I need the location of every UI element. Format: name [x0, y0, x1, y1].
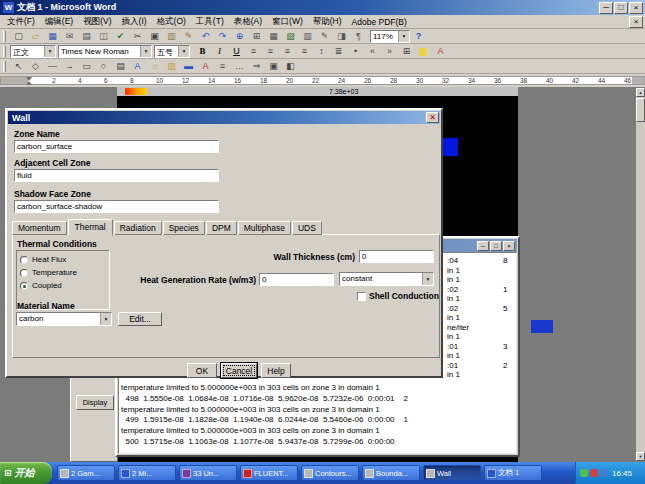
wordart-icon[interactable]: A: [129, 60, 146, 73]
format-painter-icon[interactable]: ✎: [180, 30, 197, 43]
display-button[interactable]: Display: [76, 395, 114, 410]
save-icon[interactable]: ▦: [44, 30, 61, 43]
columns-icon[interactable]: ▥: [299, 30, 316, 43]
justify-icon[interactable]: ≡: [296, 45, 313, 58]
tab-multiphase[interactable]: Multiphase: [238, 221, 291, 235]
help-icon[interactable]: ?: [410, 30, 427, 43]
scrollbar-thumb[interactable]: [636, 98, 645, 122]
insert-table-icon[interactable]: ▦: [265, 30, 282, 43]
tab-dpm[interactable]: DPM: [206, 221, 237, 235]
tab-thermal[interactable]: Thermal: [68, 219, 113, 236]
decrease-indent-icon[interactable]: «: [364, 45, 381, 58]
shell-conduction-checkbox[interactable]: Shell Conduction: [357, 291, 439, 301]
taskbar-button-0[interactable]: 2 Gam...: [57, 465, 115, 481]
menu-item-3[interactable]: 插入(I): [117, 15, 152, 29]
ok-button[interactable]: OK: [187, 363, 217, 378]
toolbar-grip[interactable]: [3, 31, 6, 42]
console-close-button[interactable]: ×: [503, 241, 515, 251]
taskbar-button-3[interactable]: FLUENT...: [240, 465, 298, 481]
bullets-icon[interactable]: •: [347, 45, 364, 58]
edit-button[interactable]: Edit...: [118, 312, 162, 326]
tab-species[interactable]: Species: [163, 221, 205, 235]
style-combo[interactable]: 正文 ▼: [10, 45, 56, 58]
menu-item-0[interactable]: 文件(F): [2, 15, 40, 29]
zoom-combo[interactable]: 117% ▼: [370, 30, 410, 43]
undo-icon[interactable]: ↶: [197, 30, 214, 43]
vertical-scrollbar[interactable]: ▲ ▼: [636, 88, 645, 461]
wall-thickness-field[interactable]: 0: [359, 250, 434, 263]
menu-item-4[interactable]: 格式(O): [152, 15, 191, 29]
spelling-icon[interactable]: ✔: [112, 30, 129, 43]
line-style-icon[interactable]: ≡: [214, 60, 231, 73]
document-close-button[interactable]: ×: [629, 16, 643, 28]
copy-icon[interactable]: ▣: [146, 30, 163, 43]
cancel-button[interactable]: Cancel: [221, 363, 257, 378]
menu-item-8[interactable]: 帮助(H): [308, 15, 347, 29]
line-icon[interactable]: —: [44, 60, 61, 73]
textbox-icon[interactable]: ▤: [112, 60, 129, 73]
new-document-icon[interactable]: ▢: [10, 30, 27, 43]
menu-item-5[interactable]: 工具(T): [191, 15, 229, 29]
font-size-combo[interactable]: 五号 ▼: [154, 45, 190, 58]
dropdown-arrow-icon[interactable]: ▼: [44, 46, 55, 57]
rectangle-icon[interactable]: ▭: [78, 60, 95, 73]
dropdown-arrow-icon[interactable]: ▼: [398, 31, 409, 42]
wall-dialog-close-button[interactable]: ✕: [426, 112, 439, 123]
radio-option-coupled[interactable]: Coupled: [20, 279, 109, 292]
radio-option-heat-flux[interactable]: Heat Flux: [20, 253, 109, 266]
scroll-down-icon[interactable]: ▼: [636, 452, 645, 461]
zone-name-field[interactable]: carbon_surface: [14, 140, 219, 153]
font-color-2-icon[interactable]: A: [197, 60, 214, 73]
shadow-face-zone-field[interactable]: carbon_surface-shadow: [14, 200, 219, 213]
oval-icon[interactable]: ○: [95, 60, 112, 73]
select-arrow-icon[interactable]: ↖: [10, 60, 27, 73]
console-restore-button[interactable]: □: [490, 241, 502, 251]
redo-icon[interactable]: ↷: [214, 30, 231, 43]
autoshapes-icon[interactable]: ◇: [27, 60, 44, 73]
underline-icon[interactable]: U: [228, 45, 245, 58]
taskbar-button-2[interactable]: 33 Un...: [179, 465, 237, 481]
dash-style-icon[interactable]: …: [231, 60, 248, 73]
taskbar-button-5[interactable]: Bounda...: [362, 465, 420, 481]
insert-excel-icon[interactable]: ▧: [282, 30, 299, 43]
toolbar-grip[interactable]: [3, 61, 6, 72]
increase-indent-icon[interactable]: »: [381, 45, 398, 58]
line-color-icon[interactable]: ▬: [180, 60, 197, 73]
cut-icon[interactable]: ✂: [129, 30, 146, 43]
taskbar-button-4[interactable]: Contours...: [301, 465, 359, 481]
tab-uds[interactable]: UDS: [292, 221, 322, 235]
tray-icon[interactable]: [590, 469, 598, 477]
heat-generation-profile-combo[interactable]: constant ▼: [339, 272, 434, 286]
dropdown-arrow-icon[interactable]: ▼: [100, 313, 111, 325]
tray-icon[interactable]: [580, 469, 588, 477]
fill-color-icon[interactable]: ▨: [163, 60, 180, 73]
adjacent-cell-zone-field[interactable]: fluid: [14, 169, 219, 182]
align-center-icon[interactable]: ≡: [262, 45, 279, 58]
taskbar-button-6[interactable]: Wall: [423, 465, 481, 481]
hyperlink-icon[interactable]: ⊕: [231, 30, 248, 43]
shadow-icon[interactable]: ▣: [265, 60, 282, 73]
print-preview-icon[interactable]: ◫: [95, 30, 112, 43]
tab-radiation[interactable]: Radiation: [114, 221, 162, 235]
tab-momentum[interactable]: Momentum: [12, 221, 67, 235]
taskbar-button-7[interactable]: 文档 1: [484, 465, 542, 481]
material-combo[interactable]: carbon ▼: [16, 312, 112, 326]
tables-borders-icon[interactable]: ⊞: [248, 30, 265, 43]
menu-item-6[interactable]: 表格(A): [229, 15, 267, 29]
paste-icon[interactable]: ▥: [163, 30, 180, 43]
dropdown-arrow-icon[interactable]: ▼: [140, 46, 151, 57]
dropdown-arrow-icon[interactable]: ▼: [178, 46, 189, 57]
document-map-icon[interactable]: ◨: [333, 30, 350, 43]
taskbar-button-1[interactable]: 2 Mi...: [118, 465, 176, 481]
borders-icon[interactable]: ⊞: [398, 45, 415, 58]
close-button[interactable]: ×: [629, 2, 643, 14]
toolbar-grip[interactable]: [3, 46, 6, 57]
menu-item-9[interactable]: Adobe PDF(B): [347, 16, 412, 28]
menu-item-2[interactable]: 视图(V): [78, 15, 116, 29]
italic-icon[interactable]: I: [211, 45, 228, 58]
font-combo[interactable]: Times New Roman ▼: [58, 45, 152, 58]
arrow-icon[interactable]: →: [61, 60, 78, 73]
tray-icon[interactable]: [600, 469, 608, 477]
align-right-icon[interactable]: ≡: [279, 45, 296, 58]
show-hide-icon[interactable]: ¶: [350, 30, 367, 43]
